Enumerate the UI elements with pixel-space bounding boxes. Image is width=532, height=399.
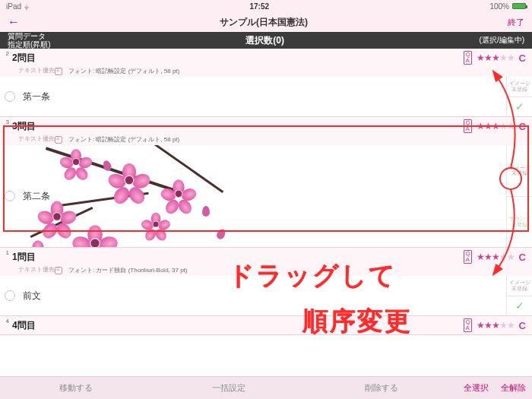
font-icon (55, 136, 62, 144)
delete-button[interactable]: 削除する (305, 382, 458, 394)
check-icon: ✓ (515, 101, 524, 112)
font-info: フォント: 暗記帳設定 (デフォルト, 58 pt) (68, 67, 179, 75)
card-answer: 前文 (20, 276, 506, 315)
star-rating[interactable]: ★★★★★ (477, 121, 515, 131)
card-answer: 第二条 (20, 145, 506, 247)
card-index: 2 (0, 49, 11, 57)
select-checkbox[interactable] (0, 145, 20, 247)
battery-pct: 100% (489, 2, 509, 11)
card-title: 1問目 (11, 251, 36, 264)
grade-label: C (519, 121, 526, 132)
card-index: 3 (0, 117, 11, 125)
priority-label: テキスト優先 (18, 265, 55, 274)
select-checkbox[interactable] (0, 77, 20, 116)
grade-label: C (519, 320, 526, 331)
select-checkbox[interactable] (0, 276, 20, 315)
card-index: 4 (0, 316, 11, 325)
selbar-left1: 質問データ (8, 32, 51, 40)
nav-bar: ← サンプル(日本国憲法) 終了 (0, 12, 532, 32)
grade-label: C (519, 252, 526, 263)
sound-slot[interactable]: ✓ (507, 97, 532, 117)
priority-label: テキスト優先 (18, 66, 55, 74)
move-button[interactable]: 移動する (0, 382, 153, 394)
batch-button[interactable]: 一括設定 (153, 382, 306, 394)
grade-label: C (519, 52, 526, 64)
end-button[interactable]: 終了 (508, 17, 524, 28)
card-answer: 第一条 (20, 77, 506, 116)
device-label: iPad (6, 2, 21, 11)
battery-icon (512, 3, 526, 9)
qa-icon: QA (464, 119, 471, 133)
card-index: 1 (0, 248, 11, 256)
qa-icon: QA (464, 51, 471, 65)
card-item[interactable]: 2 2問目 QA ★★★★★ C テキスト優先 フォント: 暗記帳設定 (デフォ… (0, 49, 532, 117)
qa-icon: QA (464, 318, 471, 332)
star-rating[interactable]: ★★★★★ (477, 252, 515, 262)
plum-blossom-image (20, 145, 271, 247)
selection-count: 選択数(0) (51, 34, 480, 47)
clock: 17:52 (29, 2, 489, 11)
status-bar: iPad ⏚ 17:52 100% (0, 0, 532, 12)
card-item[interactable]: 1 1問目 QA ★★★★★ C テキスト優先 フォント: カード独自 (Tho… (0, 248, 532, 316)
font-icon (55, 68, 62, 75)
star-rating[interactable]: ★★★★★ (477, 320, 515, 331)
card-title: 2問目 (11, 52, 36, 65)
card-title: 4問目 (11, 319, 36, 332)
back-button[interactable]: ← (8, 15, 20, 29)
bottom-toolbar: 移動する 一括設定 削除する 全選択 全解除 (0, 376, 532, 399)
image-slot[interactable]: イメージ 未登録 (507, 77, 532, 97)
page-title: サンプル(日本国憲法) (20, 16, 508, 29)
selbar-mode: (選択/編集中) (480, 35, 524, 46)
sound-slot[interactable]: ✓ (507, 296, 532, 316)
image-slot[interactable]: イメージ 未登録 (507, 145, 532, 197)
card-title: 3問目 (11, 120, 36, 133)
card-list: 2 2問目 QA ★★★★★ C テキスト優先 フォント: 暗記帳設定 (デフォ… (0, 49, 532, 335)
priority-label: テキスト優先 (18, 135, 55, 143)
font-info: フォント: 暗記帳設定 (デフォルト, 58 pt) (68, 135, 179, 144)
font-icon (55, 267, 62, 274)
selbar-left2: 指定順(昇順) (8, 40, 51, 49)
image-slot[interactable]: イメージ 未登録 (507, 276, 532, 296)
card-item[interactable]: 3 3問目 QA ★★★★★ C テキスト優先 フォント: 暗記帳設定 (デフォ… (0, 117, 532, 248)
select-all-button[interactable]: 全選択 (458, 382, 495, 394)
check-icon: ✓ (515, 300, 524, 312)
deselect-all-button[interactable]: 全解除 (495, 382, 532, 394)
qa-icon: QA (464, 250, 471, 264)
card-item[interactable]: 4 4問目 QA ★★★★★ C (0, 316, 532, 335)
sound-slot[interactable]: サウンド 未登録 (507, 197, 532, 248)
star-rating[interactable]: ★★★★★ (477, 52, 515, 63)
font-info: フォント: カード独自 (Thonburi-Bold, 37 pt) (68, 266, 187, 274)
selection-bar: 質問データ 指定順(昇順) 選択数(0) (選択/編集中) (0, 32, 532, 49)
